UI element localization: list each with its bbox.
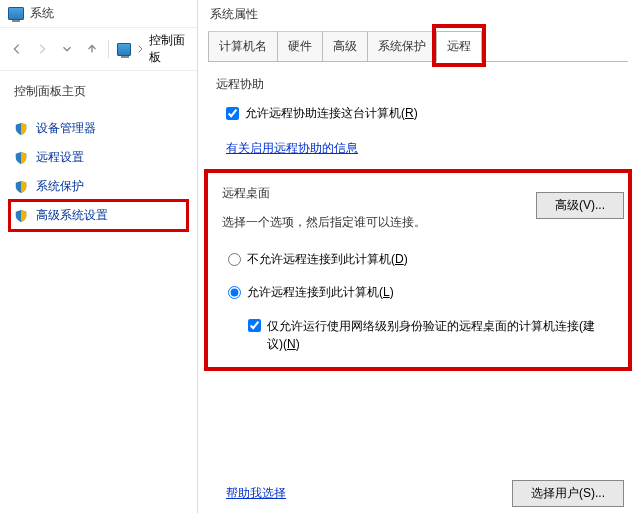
sidebar-item-label: 设备管理器 [36,120,96,137]
select-users-button[interactable]: 选择用户(S)... [512,480,624,507]
radio-allow[interactable] [228,286,241,299]
sidebar-item-advanced-system-settings[interactable]: 高级系统设置 [10,201,187,230]
window-title: 系统 [30,5,54,22]
forward-arrow-icon[interactable] [33,39,50,59]
sidebar-item-label: 远程设置 [36,149,84,166]
dropdown-arrow-icon[interactable] [58,39,75,59]
help-me-choose-link[interactable]: 帮助我选择 [226,485,286,502]
sidebar-item-remote-settings[interactable]: 远程设置 [10,143,187,172]
dialog-title: 系统属性 [198,0,638,29]
radio-disallow[interactable] [228,253,241,266]
nav-separator [108,40,109,58]
tab-advanced[interactable]: 高级 [322,31,368,61]
shield-icon [14,180,28,194]
remote-assist-info-link[interactable]: 有关启用远程协助的信息 [226,140,358,157]
pc-icon [117,43,131,56]
allow-remote-assist-label: 允许远程协助连接这台计算机(R) [245,105,418,122]
nla-checkbox-row[interactable]: 仅允许运行使用网络级别身份验证的远程桌面的计算机连接(建议)(N) [248,317,614,353]
allow-remote-assist-checkbox-row[interactable]: 允许远程协助连接这台计算机(R) [226,105,620,122]
up-arrow-icon[interactable] [83,39,100,59]
shield-icon [14,122,28,136]
advanced-button[interactable]: 高级(V)... [536,192,624,219]
sidebar-title: 控制面板主页 [10,83,187,100]
allow-remote-assist-checkbox[interactable] [226,107,239,120]
system-icon [8,7,24,20]
chevron-right-icon [137,44,144,54]
remote-assist-group-label: 远程协助 [216,76,620,93]
nla-checkbox[interactable] [248,319,261,332]
radio-allow-label: 允许远程连接到此计算机(L) [247,284,394,301]
shield-icon [14,151,28,165]
tab-computer-name[interactable]: 计算机名 [208,31,278,61]
shield-icon [14,209,28,223]
radio-disallow-label: 不允许远程连接到此计算机(D) [247,251,408,268]
sidebar-item-system-protection[interactable]: 系统保护 [10,172,187,201]
breadcrumb[interactable]: 控制面板 [117,32,189,66]
radio-disallow-row[interactable]: 不允许远程连接到此计算机(D) [228,251,614,268]
breadcrumb-item[interactable]: 控制面板 [149,32,189,66]
sidebar-item-device-manager[interactable]: 设备管理器 [10,114,187,143]
tab-remote[interactable]: 远程 [436,31,482,62]
tab-system-protection[interactable]: 系统保护 [367,31,437,61]
sidebar-item-label: 系统保护 [36,178,84,195]
nla-checkbox-label: 仅允许运行使用网络级别身份验证的远程桌面的计算机连接(建议)(N) [267,317,607,353]
title-bar: 系统 [0,0,197,27]
radio-allow-row[interactable]: 允许远程连接到此计算机(L) [228,284,614,301]
nav-bar: 控制面板 [0,27,197,71]
tab-bar: 计算机名 硬件 高级 系统保护 远程 [208,31,628,62]
tab-hardware[interactable]: 硬件 [277,31,323,61]
back-arrow-icon[interactable] [8,39,25,59]
sidebar-item-label: 高级系统设置 [36,207,108,224]
